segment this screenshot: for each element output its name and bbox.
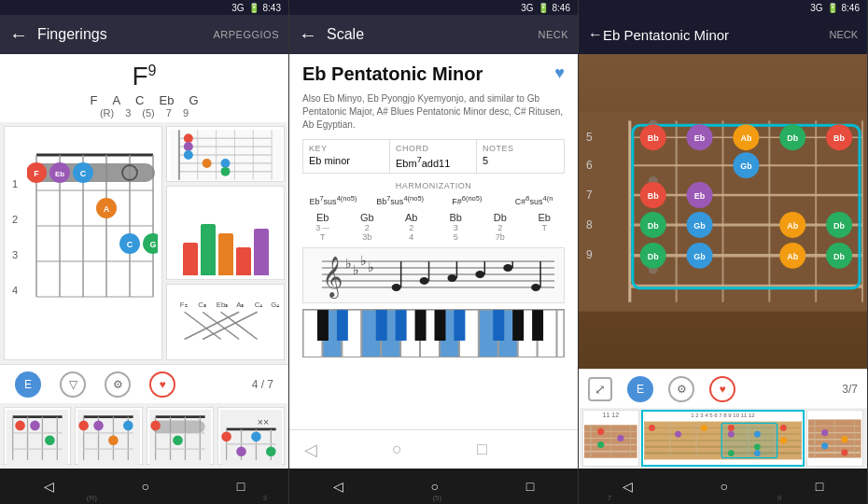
thumbnails-row-3: 11 12 1 2 3 4 5 6 7 8 9 10 11 12	[579, 408, 867, 469]
top-nav-2: ← Scale NECK	[289, 15, 578, 54]
nav-action-1[interactable]: ARPEGGIOS	[213, 29, 279, 40]
svg-text:Db: Db	[648, 252, 659, 261]
nav-action-3[interactable]: NECK	[829, 29, 858, 40]
back-nav-2[interactable]: ◁	[304, 440, 317, 460]
fret-label-9: 9	[586, 248, 593, 261]
piano-svg	[303, 310, 564, 357]
svg-text:G: G	[149, 240, 156, 249]
svg-point-219	[842, 449, 848, 455]
interval-3: 3	[125, 107, 131, 119]
thumb-2[interactable]: 1 2 3 2 4	[75, 407, 142, 465]
svg-point-72	[93, 421, 104, 431]
notes-value: 5	[483, 155, 558, 166]
fret-label-5: 5	[586, 131, 593, 144]
s3-thumb-1-label: 11 12	[584, 412, 637, 418]
interval-7: 7	[166, 107, 172, 119]
svg-point-106	[392, 284, 401, 291]
svg-point-202	[754, 431, 761, 438]
page-counter-3: 3/7	[842, 383, 858, 396]
thumb-1[interactable]: 3 4	[4, 407, 71, 465]
chord-header: F9 F A C Eb G (R) 3 (5) 7 9	[0, 54, 288, 122]
svg-text:C: C	[127, 240, 133, 249]
heart-button-3[interactable]: ♥	[709, 376, 735, 402]
svg-rect-136	[415, 310, 427, 341]
eq-button-1[interactable]: E	[15, 371, 41, 398]
svg-point-61	[15, 421, 25, 431]
fretboard-svg: F Eb C A C G	[27, 136, 158, 304]
fret-num-1: 1	[12, 166, 18, 202]
thumb-4[interactable]: ×× 2 1 4 3	[217, 407, 285, 465]
recent-nav-2[interactable]: □	[477, 440, 487, 459]
back-button-2[interactable]: ←	[299, 24, 317, 46]
settings-button-1[interactable]: ⚙	[105, 371, 131, 398]
svg-line-50	[203, 312, 239, 339]
svg-point-40	[203, 159, 212, 168]
heart-button-1[interactable]: ♥	[149, 371, 175, 398]
main-fretboard: 1 2 3 4	[4, 126, 162, 360]
degree-bb: Bb 3 5	[436, 212, 477, 242]
scale-aliases: Also Eb Minyo, Eb Pyongjo Kyemyonjo, and…	[302, 92, 565, 132]
chord-value: Ebm7add11	[396, 155, 470, 169]
svg-rect-141	[532, 310, 543, 341]
bottom-toolbar-1: E ▽ ⚙ ♥ 4 / 7	[0, 364, 288, 403]
settings-button-3[interactable]: ⚙	[668, 376, 694, 402]
svg-point-201	[728, 450, 735, 456]
bar-2	[201, 224, 216, 275]
expand-button-3[interactable]: ⤢	[588, 377, 612, 401]
interval-9: 9	[183, 107, 189, 119]
svg-text:××: ××	[258, 416, 269, 427]
svg-rect-134	[376, 310, 387, 341]
fretboard-3d: 5 6 7 8 9 Bb Eb Ab Db Bb Gb	[579, 54, 867, 369]
back-button-1[interactable]: ←	[9, 24, 28, 46]
notes-cell: NOTES 5	[477, 140, 564, 173]
back-button-3[interactable]: ←	[588, 26, 603, 43]
filter-button-1[interactable]: ▽	[60, 371, 86, 398]
svg-text:Db: Db	[648, 221, 659, 231]
svg-line-51	[221, 312, 258, 339]
note-f: F	[90, 93, 97, 107]
scale-degrees-row: Eb 3— T Gb 2 3b Ab 2 4 Bb 3 5	[302, 212, 565, 242]
chord-superscript: 9	[148, 63, 157, 78]
nav-action-2[interactable]: NECK	[538, 29, 568, 40]
svg-point-41	[221, 159, 231, 168]
svg-point-73	[108, 436, 119, 446]
svg-text:G₄: G₄	[271, 301, 279, 309]
degree-ab: Ab 2 4	[391, 212, 432, 242]
status-bar-3: 3G 🔋 8:46	[579, 0, 867, 15]
status-bar-1: 3G 🔋 8:43	[0, 0, 288, 15]
svg-text:C₃: C₃	[198, 301, 206, 309]
svg-point-217	[842, 436, 848, 442]
svg-text:F: F	[34, 169, 39, 178]
staff-area: 𝄞 ♭ ♭ ♭ ♭	[302, 247, 565, 303]
thumbnails-row-1: 3 4	[0, 403, 288, 469]
thumb-3[interactable]: 1 3 1 2 1 4	[147, 407, 214, 465]
svg-point-196	[649, 425, 655, 431]
screen-scale: 3G 🔋 8:46 ← Scale NECK Eb Pentatonic Min…	[289, 0, 579, 504]
svg-text:Gb: Gb	[740, 161, 752, 171]
s3-thumb-1[interactable]: 11 12	[582, 410, 639, 467]
heart-icon-2[interactable]: ♥	[554, 63, 565, 83]
signal-3: 3G	[810, 3, 822, 13]
harm-2: Bb7sus4(no5)	[370, 194, 431, 206]
s3-thumb-3[interactable]	[806, 410, 863, 467]
harmonization-label: HARMONIZATION	[302, 181, 565, 190]
svg-point-206	[780, 438, 787, 444]
svg-text:♭: ♭	[353, 262, 359, 277]
chord-col-label: CHORD	[396, 144, 470, 153]
svg-point-199	[728, 425, 735, 431]
svg-line-49	[185, 312, 221, 339]
fret-num-4: 4	[12, 273, 18, 308]
chord-notes-row: F A C Eb G	[0, 93, 288, 107]
svg-point-42	[221, 167, 231, 176]
staff-svg: 𝄞 ♭ ♭ ♭ ♭	[303, 247, 564, 303]
interval-r: (R)	[100, 107, 114, 119]
battery-icon-2: 🔋	[538, 3, 549, 13]
eq-button-3[interactable]: E	[627, 376, 653, 402]
diagram-area: 1 2 3 4	[0, 122, 288, 364]
svg-text:Eb₃: Eb₃	[217, 301, 229, 309]
home-nav-2[interactable]: ○	[392, 440, 402, 459]
svg-point-84	[173, 436, 183, 446]
svg-text:Bb: Bb	[648, 133, 659, 143]
signal-2: 3G	[521, 3, 533, 13]
s3-thumb-2[interactable]: 1 2 3 4 5 6 7 8 9 10 11 12	[641, 410, 805, 467]
